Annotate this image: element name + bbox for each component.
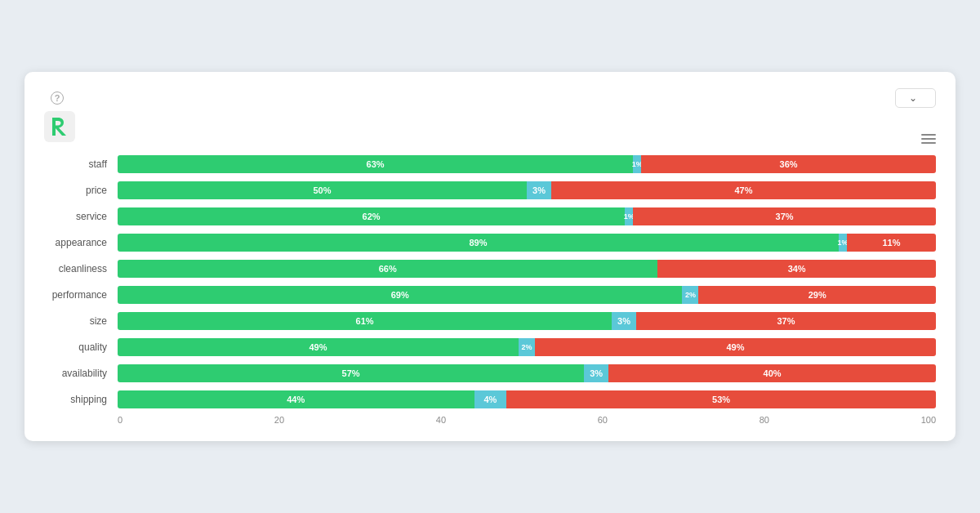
bar-segment: 37%	[633, 207, 936, 225]
bar-segment: 11%	[847, 234, 936, 252]
repustate-logo-icon	[44, 111, 75, 142]
bar-container: 50%3%47%	[118, 181, 936, 199]
bar-segment: 29%	[698, 286, 936, 304]
bar-segment: 69%	[118, 286, 682, 304]
logo-area	[44, 111, 82, 142]
bar-segment: 49%	[535, 338, 936, 356]
bar-segment: 1%	[625, 207, 633, 225]
bar-container: 62%1%37%	[118, 207, 936, 225]
bar-segment: 89%	[118, 234, 839, 252]
bar-label: size	[44, 315, 114, 327]
bar-segment: 3%	[527, 181, 551, 199]
help-icon[interactable]: ?	[51, 91, 64, 105]
bar-segment: 49%	[118, 338, 519, 356]
chart-area: staff63%1%36%price50%3%47%service62%1%37…	[44, 154, 936, 410]
x-axis-labels: 020406080100	[118, 415, 936, 425]
bar-container: 66%34%	[118, 260, 936, 278]
card-header: ? ⌄	[44, 88, 936, 108]
hamburger-menu-icon[interactable]	[921, 134, 936, 144]
card-title: ?	[44, 91, 64, 105]
bar-container: 61%3%37%	[118, 312, 936, 330]
bar-segment: 2%	[519, 338, 535, 356]
x-axis: 020406080100	[44, 415, 936, 425]
bar-segment: 1%	[839, 234, 847, 252]
bar-segment: 36%	[641, 155, 936, 173]
bar-container: 69%2%29%	[118, 286, 936, 304]
bar-label: price	[44, 185, 114, 196]
bar-row: cleanliness66%34%	[118, 258, 936, 279]
bar-label: staff	[44, 158, 114, 170]
bar-segment: 2%	[682, 286, 698, 304]
bar-container: 89%1%11%	[118, 234, 936, 252]
bar-segment: 57%	[118, 364, 584, 382]
bar-row: staff63%1%36%	[118, 154, 936, 175]
x-axis-tick: 40	[436, 415, 446, 425]
bar-row: appearance89%1%11%	[118, 232, 936, 253]
bar-segment: 62%	[118, 207, 625, 225]
bar-row: size61%3%37%	[118, 310, 936, 332]
bar-segment: 61%	[118, 312, 612, 330]
bar-segment: 4%	[474, 390, 507, 408]
bar-segment: 3%	[584, 364, 608, 382]
bar-segment: 63%	[118, 155, 633, 173]
sub-header	[44, 111, 936, 147]
bar-container: 63%1%36%	[118, 155, 936, 173]
x-axis-tick: 100	[921, 415, 936, 425]
bar-segment: 66%	[118, 260, 657, 278]
bar-row: performance69%2%29%	[118, 284, 936, 306]
bar-container: 57%3%40%	[118, 364, 936, 382]
x-axis-tick: 0	[118, 415, 122, 425]
x-axis-tick: 20	[274, 415, 284, 425]
bar-label: performance	[44, 289, 114, 301]
bar-segment: 40%	[608, 364, 936, 382]
x-axis-tick: 60	[598, 415, 608, 425]
bar-label: cleanliness	[44, 263, 114, 274]
max-aspects-control: ⌄	[889, 88, 936, 108]
bar-segment: 37%	[636, 312, 936, 330]
bar-segment: 44%	[118, 390, 474, 408]
max-aspects-dropdown[interactable]: ⌄	[895, 88, 936, 108]
bar-row: price50%3%47%	[118, 180, 936, 201]
bar-segment: 50%	[118, 181, 527, 199]
bar-label: availability	[44, 368, 114, 379]
bar-row: service62%1%37%	[118, 206, 936, 227]
chart-card: ? ⌄ staff63%1	[24, 72, 956, 441]
bar-label: appearance	[44, 237, 114, 248]
x-axis-tick: 80	[760, 415, 769, 425]
bar-row: shipping44%4%53%	[118, 389, 936, 410]
bar-container: 49%2%49%	[118, 338, 936, 356]
chevron-down-icon: ⌄	[909, 92, 917, 104]
bar-label: shipping	[44, 394, 114, 405]
bar-segment: 47%	[551, 181, 936, 199]
bar-label: quality	[44, 341, 114, 353]
bar-row: quality49%2%49%	[118, 337, 936, 358]
bar-segment: 1%	[633, 155, 641, 173]
bar-container: 44%4%53%	[118, 390, 936, 408]
bar-segment: 34%	[657, 260, 936, 278]
bar-segment: 3%	[612, 312, 636, 330]
bar-row: availability57%3%40%	[118, 363, 936, 384]
bar-label: service	[44, 211, 114, 222]
bar-segment: 53%	[506, 390, 936, 408]
